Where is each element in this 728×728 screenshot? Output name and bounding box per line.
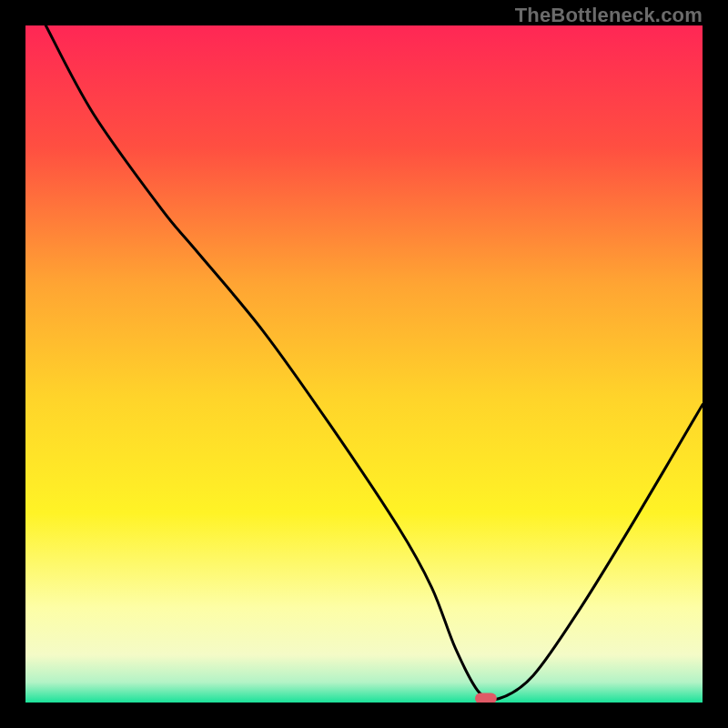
markers-group	[475, 693, 497, 703]
plot-area	[25, 25, 703, 703]
watermark-label: TheBottleneck.com	[515, 4, 703, 27]
chart-frame: TheBottleneck.com	[0, 0, 728, 728]
selected-point	[475, 693, 497, 703]
chart-background	[25, 25, 703, 703]
bottleneck-chart	[25, 25, 703, 703]
